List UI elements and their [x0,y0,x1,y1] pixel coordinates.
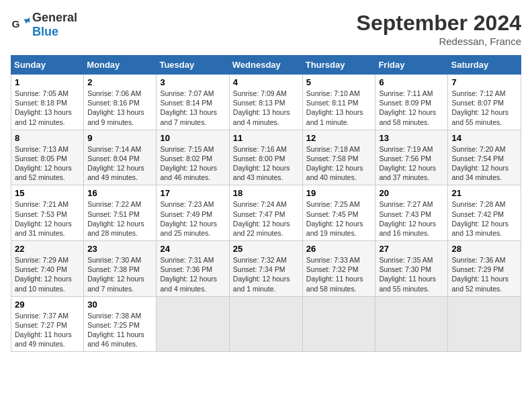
day-info: Sunrise: 7:11 AMSunset: 8:09 PMDaylight:… [379,89,444,127]
logo-icon: G [11,15,30,34]
header: G General Blue September 2024 Redessan, … [11,11,521,47]
calendar-cell [157,296,229,352]
day-info: Sunrise: 7:32 AMSunset: 7:34 PMDaylight:… [233,255,299,293]
day-number: 25 [233,244,299,254]
location-subtitle: Redessan, France [357,36,521,47]
day-info: Sunrise: 7:35 AMSunset: 7:30 PMDaylight:… [379,255,444,293]
day-info: Sunrise: 7:36 AMSunset: 7:29 PMDaylight:… [451,255,517,293]
weekday-header-tuesday: Tuesday [157,56,229,75]
weekday-header-sunday: Sunday [11,56,84,75]
calendar-cell: 21Sunrise: 7:28 AMSunset: 7:42 PMDayligh… [448,185,521,241]
weekday-header-wednesday: Wednesday [229,56,302,75]
day-info: Sunrise: 7:15 AMSunset: 8:02 PMDaylight:… [160,144,225,183]
calendar-cell: 30Sunrise: 7:38 AMSunset: 7:25 PMDayligh… [84,296,157,352]
day-info: Sunrise: 7:25 AMSunset: 7:45 PMDaylight:… [306,199,372,238]
title-area: September 2024 Redessan, France [357,11,521,47]
day-info: Sunrise: 7:20 AMSunset: 7:54 PMDaylight:… [451,144,517,183]
day-number: 3 [160,77,225,87]
day-info: Sunrise: 7:18 AMSunset: 7:58 PMDaylight:… [306,144,372,183]
svg-text:G: G [11,18,19,30]
calendar-cell: 23Sunrise: 7:30 AMSunset: 7:38 PMDayligh… [84,241,157,297]
day-info: Sunrise: 7:22 AMSunset: 7:51 PMDaylight:… [87,199,152,238]
day-number: 1 [15,77,80,87]
calendar-cell: 24Sunrise: 7:31 AMSunset: 7:36 PMDayligh… [157,241,229,297]
calendar-cell: 22Sunrise: 7:29 AMSunset: 7:40 PMDayligh… [11,241,84,297]
day-number: 12 [306,133,372,143]
day-number: 13 [379,133,444,143]
month-title: September 2024 [357,11,521,36]
day-info: Sunrise: 7:30 AMSunset: 7:38 PMDaylight:… [87,255,152,293]
calendar-cell: 9Sunrise: 7:14 AMSunset: 8:04 PMDaylight… [84,130,157,185]
calendar-cell: 3Sunrise: 7:07 AMSunset: 8:14 PMDaylight… [157,75,229,130]
day-number: 28 [451,244,517,254]
day-info: Sunrise: 7:14 AMSunset: 8:04 PMDaylight:… [87,144,152,183]
calendar-cell: 2Sunrise: 7:06 AMSunset: 8:16 PMDaylight… [84,75,157,130]
week-row-5: 29Sunrise: 7:37 AMSunset: 7:27 PMDayligh… [11,296,521,352]
day-number: 9 [87,133,152,143]
day-info: Sunrise: 7:12 AMSunset: 8:07 PMDaylight:… [451,89,517,127]
calendar-cell: 28Sunrise: 7:36 AMSunset: 7:29 PMDayligh… [448,241,521,297]
logo-text: General Blue [32,11,77,39]
day-number: 22 [15,244,80,254]
logo-general: General [32,11,77,24]
logo: G General Blue [11,11,77,39]
calendar-cell: 27Sunrise: 7:35 AMSunset: 7:30 PMDayligh… [375,241,448,297]
week-row-3: 15Sunrise: 7:21 AMSunset: 7:53 PMDayligh… [11,185,521,241]
day-info: Sunrise: 7:07 AMSunset: 8:14 PMDaylight:… [160,89,225,127]
day-number: 26 [306,244,372,254]
day-number: 8 [15,133,80,143]
calendar-table: SundayMondayTuesdayWednesdayThursdayFrid… [11,55,521,352]
day-number: 21 [451,188,517,198]
day-number: 18 [233,188,299,198]
calendar-cell: 7Sunrise: 7:12 AMSunset: 8:07 PMDaylight… [448,75,521,130]
day-info: Sunrise: 7:33 AMSunset: 7:32 PMDaylight:… [306,255,372,293]
day-info: Sunrise: 7:37 AMSunset: 7:27 PMDaylight:… [15,311,80,349]
calendar-cell [375,296,448,352]
weekday-header-saturday: Saturday [448,56,521,75]
weekday-header-row: SundayMondayTuesdayWednesdayThursdayFrid… [11,56,521,75]
day-number: 17 [160,188,225,198]
day-number: 16 [87,188,152,198]
day-number: 30 [87,300,152,310]
calendar-cell [229,296,302,352]
week-row-2: 8Sunrise: 7:13 AMSunset: 8:05 PMDaylight… [11,130,521,185]
day-info: Sunrise: 7:28 AMSunset: 7:42 PMDaylight:… [451,199,517,238]
day-number: 15 [15,188,80,198]
day-number: 29 [15,300,80,310]
day-info: Sunrise: 7:13 AMSunset: 8:05 PMDaylight:… [15,144,80,183]
day-number: 4 [233,77,299,87]
calendar-cell: 6Sunrise: 7:11 AMSunset: 8:09 PMDaylight… [375,75,448,130]
day-number: 6 [379,77,444,87]
day-info: Sunrise: 7:27 AMSunset: 7:43 PMDaylight:… [379,199,444,238]
calendar-cell: 18Sunrise: 7:24 AMSunset: 7:47 PMDayligh… [229,185,302,241]
day-number: 14 [451,133,517,143]
calendar-cell: 14Sunrise: 7:20 AMSunset: 7:54 PMDayligh… [448,130,521,185]
calendar-cell: 8Sunrise: 7:13 AMSunset: 8:05 PMDaylight… [11,130,84,185]
day-info: Sunrise: 7:29 AMSunset: 7:40 PMDaylight:… [15,255,80,293]
calendar-cell [448,296,521,352]
calendar-cell: 13Sunrise: 7:19 AMSunset: 7:56 PMDayligh… [375,130,448,185]
day-info: Sunrise: 7:10 AMSunset: 8:11 PMDaylight:… [306,89,372,127]
day-number: 19 [306,188,372,198]
calendar-cell: 20Sunrise: 7:27 AMSunset: 7:43 PMDayligh… [375,185,448,241]
calendar-cell: 16Sunrise: 7:22 AMSunset: 7:51 PMDayligh… [84,185,157,241]
calendar-cell: 17Sunrise: 7:23 AMSunset: 7:49 PMDayligh… [157,185,229,241]
day-info: Sunrise: 7:06 AMSunset: 8:16 PMDaylight:… [87,89,152,127]
day-number: 24 [160,244,225,254]
day-number: 2 [87,77,152,87]
day-number: 23 [87,244,152,254]
calendar-cell: 4Sunrise: 7:09 AMSunset: 8:13 PMDaylight… [229,75,302,130]
day-info: Sunrise: 7:38 AMSunset: 7:25 PMDaylight:… [87,311,152,349]
calendar-cell: 19Sunrise: 7:25 AMSunset: 7:45 PMDayligh… [302,185,375,241]
day-info: Sunrise: 7:23 AMSunset: 7:49 PMDaylight:… [160,199,225,238]
calendar-cell: 25Sunrise: 7:32 AMSunset: 7:34 PMDayligh… [229,241,302,297]
day-number: 10 [160,133,225,143]
day-info: Sunrise: 7:16 AMSunset: 8:00 PMDaylight:… [233,144,299,183]
calendar-cell [302,296,375,352]
day-number: 20 [379,188,444,198]
day-info: Sunrise: 7:09 AMSunset: 8:13 PMDaylight:… [233,89,299,127]
calendar-cell: 29Sunrise: 7:37 AMSunset: 7:27 PMDayligh… [11,296,84,352]
weekday-header-friday: Friday [375,56,448,75]
weekday-header-monday: Monday [84,56,157,75]
day-info: Sunrise: 7:31 AMSunset: 7:36 PMDaylight:… [160,255,225,293]
